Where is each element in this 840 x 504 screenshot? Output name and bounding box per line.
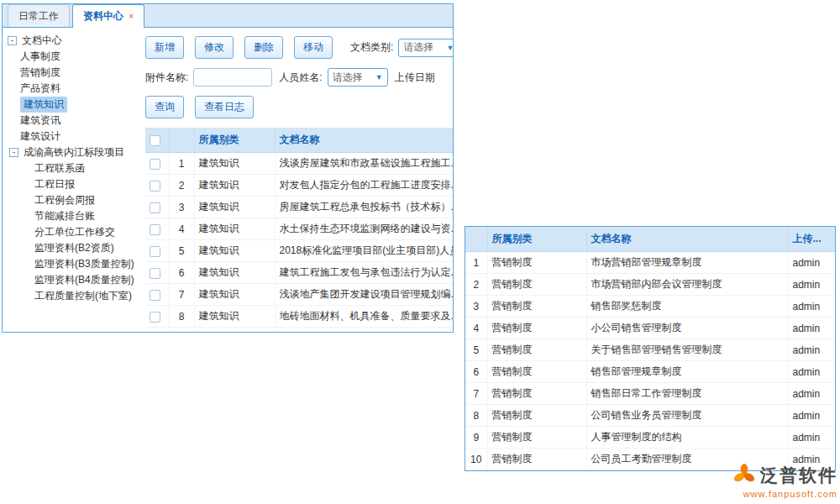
row-doc-name: 地砖地面材料、机具准备、质量要求及... xyxy=(275,306,453,328)
document-row[interactable]: 1营销制度市场营销部管理规章制度admin xyxy=(465,252,835,274)
collapse-icon[interactable]: - xyxy=(8,36,17,45)
tree-item[interactable]: 监理资料(B2资质) xyxy=(4,240,134,256)
row-category: 建筑知识 xyxy=(194,284,275,306)
row-checkbox-cell xyxy=(145,218,169,240)
select-all-checkbox[interactable] xyxy=(150,135,160,146)
row-doc-name: 销售部日常工作管理制度 xyxy=(586,383,788,405)
tree-item-label: 节能减排台账 xyxy=(34,208,95,224)
document-row[interactable]: 3建筑知识房屋建筑工程总承包投标书（技术标）... xyxy=(145,197,453,218)
row-number: 7 xyxy=(465,383,487,405)
row-checkbox[interactable] xyxy=(150,202,160,213)
row-checkbox[interactable] xyxy=(150,181,160,192)
row-number: 8 xyxy=(465,405,487,427)
row-checkbox-cell xyxy=(145,240,169,262)
row-doc-name: 市场营销部管理规章制度 xyxy=(586,252,788,274)
doc-type-select[interactable]: 请选择 ▼ xyxy=(398,39,453,57)
query-button[interactable]: 查询 xyxy=(145,96,184,118)
tree-item[interactable]: 建筑资讯 xyxy=(4,113,134,129)
row-checkbox-cell xyxy=(145,262,169,284)
document-row[interactable]: 5建筑知识2018标准化监理项目部(业主项目部)人员... xyxy=(145,240,453,262)
row-checkbox-cell xyxy=(145,153,169,175)
marketing-table-header: 所属别类 文档名称 上传... xyxy=(465,227,835,252)
tree-item[interactable]: -文档中心 xyxy=(4,33,134,49)
tree-item[interactable]: 工程例会周报 xyxy=(4,192,134,208)
row-category: 建筑知识 xyxy=(194,262,275,284)
document-row[interactable]: 6建筑知识建筑工程施工发包与承包违法行为认定... xyxy=(145,262,453,284)
row-category: 建筑知识 xyxy=(194,328,275,333)
attachment-name-input[interactable] xyxy=(193,68,272,87)
row-number: 3 xyxy=(465,296,487,318)
header-number xyxy=(465,227,487,252)
tree-item-label: 建筑知识 xyxy=(20,97,67,113)
header-doc-name: 文档名称 xyxy=(275,128,453,153)
row-checkbox[interactable] xyxy=(150,246,160,257)
row-uploader: admin xyxy=(788,296,835,318)
fanpu-logo: 泛普软件 www.fanpusoft.com xyxy=(733,463,837,499)
collapse-icon[interactable]: - xyxy=(9,148,18,157)
row-category: 营销制度 xyxy=(487,296,586,318)
row-checkbox[interactable] xyxy=(150,268,160,279)
row-number: 1 xyxy=(169,153,194,175)
document-row[interactable]: 2营销制度市场营销部内部会议管理制度admin xyxy=(465,274,835,296)
tree-item[interactable]: 建筑设计 xyxy=(4,129,134,144)
tree-item-label: 工程质量控制(地下室) xyxy=(34,288,132,304)
document-row[interactable]: 8建筑知识地砖地面材料、机具准备、质量要求及... xyxy=(145,306,453,328)
row-doc-name: 论大厦新材料、新结构、新技术、新工... xyxy=(275,328,453,333)
document-row[interactable]: 9营销制度人事管理制度的结构admin xyxy=(465,427,835,449)
row-category: 营销制度 xyxy=(487,427,586,449)
document-row[interactable]: 9建筑知识论大厦新材料、新结构、新技术、新工... xyxy=(145,328,453,333)
document-row[interactable]: 5营销制度关于销售部管理销售管理制度admin xyxy=(465,339,835,361)
tree-item-label: 营销制度 xyxy=(20,65,60,81)
document-row[interactable]: 6营销制度销售部管理规章制度admin xyxy=(465,361,835,383)
tree-item[interactable]: -成渝高铁内江标段项目 xyxy=(4,144,134,160)
row-checkbox[interactable] xyxy=(150,290,160,301)
row-uploader: admin xyxy=(788,361,835,383)
person-name-select[interactable]: 请选择 ▼ xyxy=(328,68,388,87)
document-row[interactable]: 7营销制度销售部日常工作管理制度admin xyxy=(465,383,835,405)
tree-item[interactable]: 分工单位工作移交 xyxy=(4,224,134,240)
document-row[interactable]: 1建筑知识浅谈房屋建筑和市政基础设施工程施工... xyxy=(145,153,453,175)
row-checkbox[interactable] xyxy=(150,224,160,235)
row-checkbox[interactable] xyxy=(150,312,160,323)
tree-item[interactable]: 人事制度 xyxy=(4,49,134,65)
doc-type-value: 请选择 xyxy=(403,40,433,55)
tab-data-center[interactable]: 资料中心× xyxy=(72,4,144,28)
document-row[interactable]: 4营销制度小公司销售管理制度admin xyxy=(465,318,835,339)
view-log-button[interactable]: 查看日志 xyxy=(195,96,254,118)
close-tab-icon[interactable]: × xyxy=(129,11,134,21)
add-button[interactable]: 新增 xyxy=(145,36,184,59)
header-doc-name: 文档名称 xyxy=(586,227,788,252)
document-center-window: 日常工作 资料中心× -文档中心人事制度营销制度产品资料建筑知识建筑资讯建筑设计… xyxy=(2,3,454,333)
row-uploader: admin xyxy=(788,405,835,427)
tab-data-center-label: 资料中心 xyxy=(83,10,123,22)
row-number: 7 xyxy=(169,284,194,306)
attachment-name-label: 附件名称: xyxy=(145,71,188,85)
document-row[interactable]: 7建筑知识浅谈地产集团开发建设项目管理规划编... xyxy=(145,284,453,306)
row-checkbox[interactable] xyxy=(150,159,160,170)
document-row[interactable]: 4建筑知识水土保持生态环境监测网络的建设与资... xyxy=(145,218,453,240)
document-row[interactable]: 2建筑知识对发包人指定分包的工程施工进度安排... xyxy=(145,175,453,197)
tree-item[interactable]: 节能减排台账 xyxy=(4,208,134,224)
tree-item[interactable]: 工程联系函 xyxy=(4,160,134,176)
tree-item[interactable]: 营销制度 xyxy=(4,65,134,81)
delete-button[interactable]: 删除 xyxy=(244,36,283,59)
modify-button[interactable]: 修改 xyxy=(195,36,234,59)
tree-item[interactable]: 工程质量控制(地下室) xyxy=(4,288,134,304)
tab-daily-work[interactable]: 日常工作 xyxy=(8,4,70,27)
row-category: 建筑知识 xyxy=(194,153,275,175)
tree-item-label: 建筑设计 xyxy=(20,129,60,144)
tree-item[interactable]: 产品资料 xyxy=(4,81,134,97)
tree-item[interactable]: 建筑知识 xyxy=(4,97,134,113)
row-category: 营销制度 xyxy=(487,318,586,339)
documents-table-header: 所属别类 文档名称 xyxy=(145,128,453,153)
tree-item[interactable]: 工程日报 xyxy=(4,176,134,192)
tree-item-label: 文档中心 xyxy=(22,33,62,49)
document-row[interactable]: 3营销制度销售部奖惩制度admin xyxy=(465,296,835,318)
document-row[interactable]: 8营销制度公司销售业务员管理制度admin xyxy=(465,405,835,427)
header-category: 所属别类 xyxy=(194,128,275,153)
row-category: 建筑知识 xyxy=(194,218,275,240)
move-button[interactable]: 移动 xyxy=(294,36,333,59)
row-uploader: admin xyxy=(788,339,835,361)
tree-item[interactable]: 监理资料(B4质量控制) xyxy=(4,272,134,288)
tree-item[interactable]: 监理资料(B3质量控制) xyxy=(4,256,134,272)
